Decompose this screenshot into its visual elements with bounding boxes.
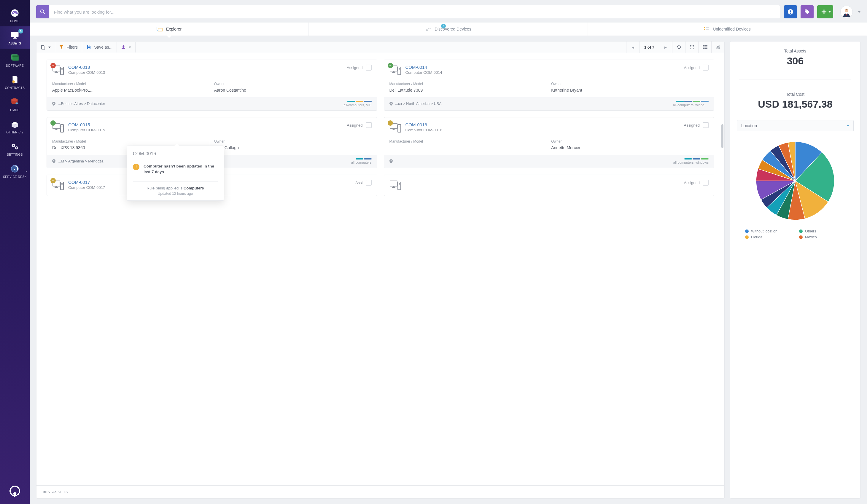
sidebar-badge: 5 xyxy=(18,29,23,33)
svg-rect-77 xyxy=(61,182,63,190)
card-id[interactable]: COM-0014 xyxy=(406,65,680,70)
total-assets-label: Total Assets xyxy=(739,48,851,53)
refresh-button[interactable] xyxy=(672,42,685,53)
avatar-dropdown-icon[interactable] xyxy=(858,11,860,13)
tab-discovered[interactable]: 5 Discovered Devices xyxy=(309,23,588,35)
list-view-button[interactable] xyxy=(698,42,711,53)
svg-rect-55 xyxy=(392,72,395,73)
refresh-icon xyxy=(677,45,681,50)
alert-icon xyxy=(788,9,793,15)
asset-card[interactable]: ~ COM-0013 Computer COM-0013 Assigned Ma… xyxy=(46,59,377,111)
sidebar-label: CMDB xyxy=(10,109,19,112)
sidebar-item-other-cis[interactable]: OTHER CIs xyxy=(0,115,30,138)
svg-rect-47 xyxy=(55,72,57,72)
topbar xyxy=(30,0,867,23)
card-location: ...M > Argentina > Mendoza xyxy=(52,159,104,163)
user-avatar[interactable] xyxy=(840,6,853,18)
tags-button[interactable] xyxy=(801,6,814,18)
computer-icon xyxy=(389,180,401,191)
caret-icon xyxy=(49,46,51,48)
card-location: ...ca > North America > USA xyxy=(389,102,442,106)
card-id[interactable]: COM-0016 xyxy=(406,122,680,127)
card-checkbox[interactable] xyxy=(366,122,372,128)
asset-card[interactable]: ~ COM-0016 Computer COM-0016 Assigned Ma… xyxy=(384,117,715,168)
legend-item[interactable]: Others xyxy=(799,229,845,233)
svg-point-24 xyxy=(790,13,791,14)
popover-rule: Rule being applied is Computers xyxy=(133,182,218,190)
card-checkbox[interactable] xyxy=(703,65,709,70)
status-dot-icon: ~ xyxy=(51,178,56,183)
card-checkbox[interactable] xyxy=(366,180,372,186)
card-status: Assigned xyxy=(347,123,363,128)
owner-label: Owner xyxy=(551,82,705,86)
settings-button[interactable] xyxy=(711,42,724,53)
svg-rect-83 xyxy=(398,182,401,190)
svg-rect-68 xyxy=(393,129,395,130)
card-name: Computer COM-0014 xyxy=(406,70,680,75)
sidebar-item-software[interactable]: SOFTWARE xyxy=(0,48,30,71)
svg-rect-3 xyxy=(11,32,19,37)
add-button[interactable] xyxy=(817,6,833,18)
tab-unidentified[interactable]: Unidentified Devices xyxy=(588,23,867,35)
card-id[interactable]: COM-0015 xyxy=(68,122,343,127)
fullscreen-button[interactable] xyxy=(685,42,698,53)
top-actions xyxy=(784,6,860,18)
search-button[interactable] xyxy=(36,6,49,18)
plus-icon xyxy=(821,9,827,14)
sidebar-label: HOME xyxy=(10,20,20,23)
sidebar-item-settings[interactable]: SETTINGS xyxy=(0,138,30,160)
asset-card[interactable]: ~ COM-0014 Computer COM-0014 Assigned Ma… xyxy=(384,59,715,111)
chevron-down-icon xyxy=(847,125,849,127)
card-id[interactable]: COM-0013 xyxy=(68,65,343,70)
legend-item[interactable]: Without location xyxy=(745,229,791,233)
tab-explorer[interactable]: Explorer xyxy=(30,23,309,35)
legend-dot xyxy=(745,235,749,239)
sidebar-label: SERVICE DESK xyxy=(3,175,27,178)
gauge-icon xyxy=(10,8,20,18)
svg-point-18 xyxy=(14,169,15,170)
filters-button[interactable]: Filters xyxy=(55,42,82,53)
scrollbar-thumb[interactable] xyxy=(721,124,724,148)
svg-rect-31 xyxy=(706,27,709,28)
legend-item[interactable]: Mexico xyxy=(799,235,845,239)
list-icon xyxy=(703,45,707,49)
card-tags: all-computers, VIP xyxy=(344,103,372,107)
monitor-icon xyxy=(10,31,20,40)
location-dropdown[interactable]: Location xyxy=(737,120,854,131)
sidebar-item-service-desk[interactable]: ▸ SERVICE DESK xyxy=(0,160,30,182)
tab-label: Unidentified Devices xyxy=(713,27,751,31)
search-input[interactable] xyxy=(49,6,780,18)
legend-label: Mexico xyxy=(805,235,817,239)
sidebar-item-home[interactable]: HOME xyxy=(0,4,30,26)
svg-rect-51 xyxy=(61,69,63,70)
sidebar-item-contracts[interactable]: CONTRACTS xyxy=(0,71,30,93)
database-icon xyxy=(10,97,20,107)
card-checkbox[interactable] xyxy=(703,122,709,128)
window-icon xyxy=(10,53,20,62)
unidentified-icon xyxy=(704,27,709,31)
alerts-button[interactable] xyxy=(784,6,797,18)
save-icon xyxy=(86,45,91,50)
card-checkbox[interactable] xyxy=(703,180,709,186)
svg-rect-62 xyxy=(55,130,58,130)
svg-rect-85 xyxy=(399,184,400,185)
search-wrap xyxy=(36,6,780,18)
sidebar-item-cmdb[interactable]: CMDB xyxy=(0,93,30,115)
page-next-button[interactable]: ▸ xyxy=(659,42,672,53)
download-button[interactable] xyxy=(117,42,136,53)
view-menu[interactable] xyxy=(36,42,55,53)
sidebar-label: CONTRACTS xyxy=(5,86,25,89)
legend-item[interactable]: Florida xyxy=(745,235,791,239)
dropdown-label: Location xyxy=(741,123,757,128)
status-dot-icon: ~ xyxy=(388,63,393,68)
page-prev-button[interactable]: ◂ xyxy=(627,42,640,53)
cards-container[interactable]: ~ COM-0013 Computer COM-0013 Assigned Ma… xyxy=(36,53,724,485)
sidebar-item-assets[interactable]: 5 ASSETS xyxy=(0,26,30,48)
card-checkbox[interactable] xyxy=(366,65,372,70)
main-area: Explorer 5 Discovered Devices Unidentifi… xyxy=(30,0,867,504)
download-icon xyxy=(121,45,126,50)
asset-card[interactable]: Assigned xyxy=(384,175,715,196)
save-as-button[interactable]: Save as... xyxy=(82,42,117,53)
tab-label: Discovered Devices xyxy=(435,27,471,31)
pagination: ◂ 1 of 7 ▸ xyxy=(626,42,672,53)
